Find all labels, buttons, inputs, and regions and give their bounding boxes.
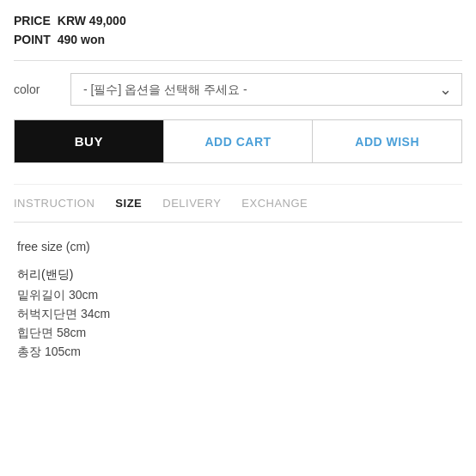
tab-exchange[interactable]: EXCHANGE xyxy=(241,197,308,210)
tabs-row: INSTRUCTION SIZE DELIVERY EXCHANGE xyxy=(14,185,462,223)
point-value: 490 won xyxy=(58,33,105,46)
add-cart-button[interactable]: ADD CART xyxy=(163,120,313,162)
color-select[interactable]: - [필수] 옵션을 선택해 주세요 - xyxy=(70,73,462,106)
color-row: color - [필수] 옵션을 선택해 주세요 - ⌄ xyxy=(14,73,462,106)
buy-button[interactable]: BUY xyxy=(15,120,163,162)
point-label: POINT xyxy=(14,33,51,46)
size-item-1: 허벅지단면 34cm xyxy=(17,307,459,322)
tab-delivery[interactable]: DELIVERY xyxy=(162,197,221,210)
size-section: free size (cm) 허리(밴딩) 밑위길이 30cm 허벅지단면 34… xyxy=(14,240,462,360)
size-item-2: 힙단면 58cm xyxy=(17,326,459,341)
color-select-wrapper: - [필수] 옵션을 선택해 주세요 - ⌄ xyxy=(70,73,462,106)
color-label: color xyxy=(14,82,57,96)
size-item-0: 밑위길이 30cm xyxy=(17,288,459,303)
size-title: free size (cm) xyxy=(17,240,459,253)
size-category: 허리(밴딩) xyxy=(17,267,459,283)
price-value: KRW 49,000 xyxy=(58,14,126,27)
tab-instruction[interactable]: INSTRUCTION xyxy=(14,197,95,210)
size-item-3: 총장 105cm xyxy=(17,345,459,360)
tab-size[interactable]: SIZE xyxy=(115,197,142,210)
add-wish-button[interactable]: ADD WISH xyxy=(312,120,461,162)
price-label: PRICE xyxy=(14,14,51,27)
action-buttons: BUY ADD CART ADD WISH xyxy=(14,119,462,163)
top-divider xyxy=(14,60,462,61)
